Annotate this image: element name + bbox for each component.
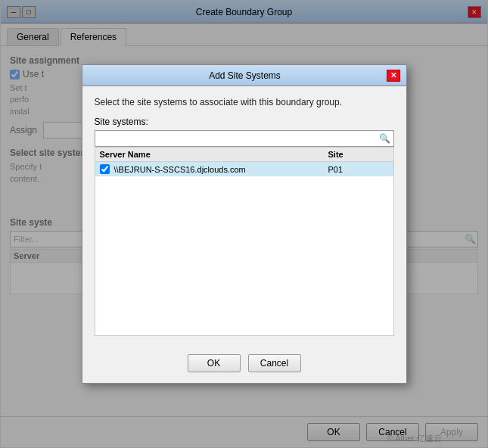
main-window: ─ □ Create Boundary Group ✕ General Refe…: [0, 0, 488, 448]
dialog-site-col-header: Site: [328, 150, 389, 159]
dialog-filter-box: 🔍: [95, 130, 394, 147]
server-name-cell: \\BEJRUN-S-SSCS16.djclouds.com: [114, 165, 328, 174]
dialog-titlebar: Add Site Systems ✕: [82, 65, 406, 86]
site-cell: P01: [328, 165, 389, 174]
dialog-search-icon: 🔍: [377, 133, 393, 144]
dialog-table-header: Server Name Site: [95, 148, 393, 162]
dialog-footer: OK Cancel: [82, 347, 406, 383]
dialog-title: Add Site Systems: [104, 70, 387, 81]
dialog-server-col-header: Server Name: [100, 150, 328, 159]
dialog-body: Select the site systems to associate wit…: [82, 86, 406, 347]
dialog-overlay: Add Site Systems ✕ Select the site syste…: [1, 1, 487, 447]
dialog-site-systems-table: Server Name Site \\BEJRUN-S-SSCS16.djclo…: [95, 147, 394, 336]
add-site-systems-dialog: Add Site Systems ✕ Select the site syste…: [82, 64, 407, 384]
dialog-ok-button[interactable]: OK: [188, 354, 241, 372]
dialog-description: Select the site systems to associate wit…: [95, 97, 394, 107]
dialog-close-button[interactable]: ✕: [387, 70, 400, 82]
site-systems-dialog-label: Site systems:: [95, 117, 394, 127]
dialog-filter-input[interactable]: [95, 132, 377, 145]
table-row[interactable]: \\BEJRUN-S-SSCS16.djclouds.com P01: [95, 162, 393, 176]
row-checkbox[interactable]: [100, 164, 110, 174]
dialog-cancel-button[interactable]: Cancel: [248, 354, 301, 372]
